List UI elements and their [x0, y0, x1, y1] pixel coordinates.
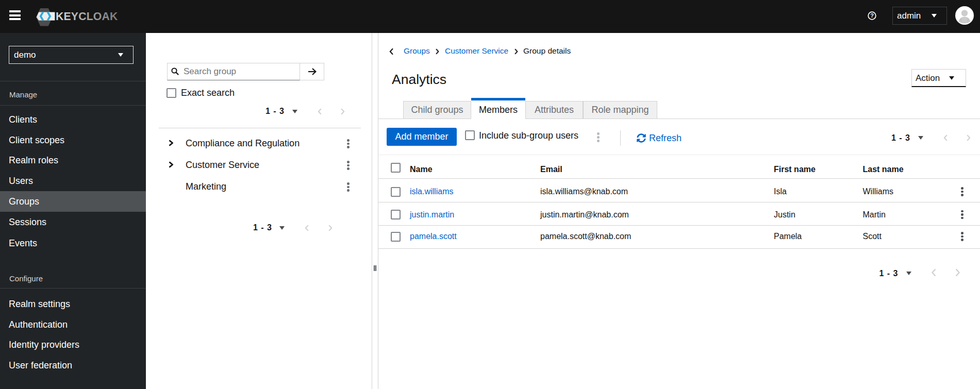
- svg-text:?: ?: [870, 12, 874, 19]
- svg-text:KEYCLOAK: KEYCLOAK: [56, 10, 118, 22]
